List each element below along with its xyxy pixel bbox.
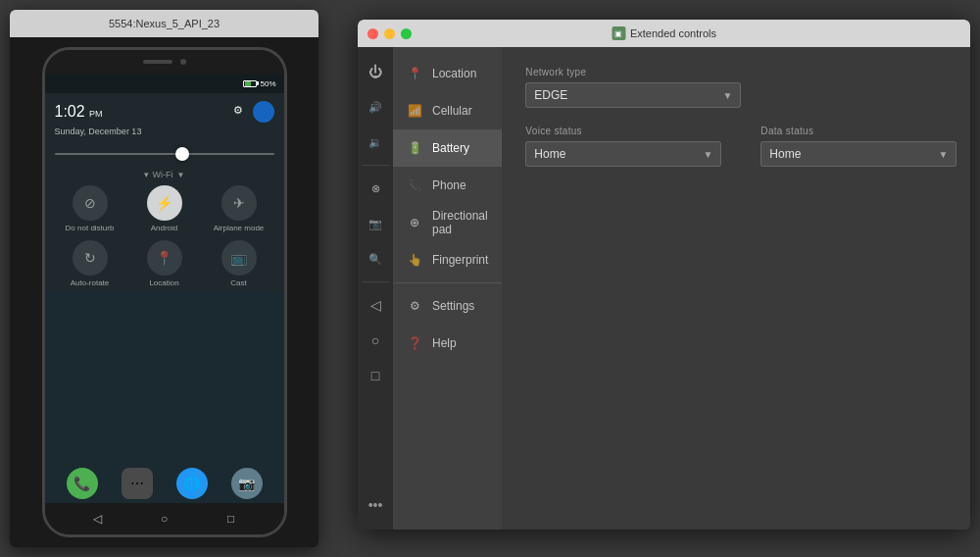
nav-item-cellular[interactable]: 📶 Cellular [393, 92, 502, 129]
android-label: Android [151, 224, 178, 232]
launcher-icon[interactable]: ⋯ [122, 468, 153, 499]
minimize-button[interactable] [384, 28, 395, 39]
nav-item-location[interactable]: 📍 Location [393, 55, 502, 92]
fingerprint-nav-icon: 👆 [407, 252, 422, 268]
battery-nav-label: Battery [432, 141, 469, 155]
time-display: 1:02 PM [55, 103, 103, 121]
maximize-button[interactable] [401, 28, 412, 39]
toggle-android[interactable]: ⚡ Android [137, 185, 192, 232]
app-tray: 📞 ⋯ 🌐 📷 [45, 291, 284, 503]
recents-nav-btn[interactable]: □ [221, 509, 241, 529]
toggle-autorotate[interactable]: ↻ Auto-rotate [63, 240, 118, 287]
shade-icons: ⚙ [229, 101, 274, 123]
data-status-group: Data status Home ▼ [760, 126, 956, 167]
airplane-label: Airplane mode [214, 224, 265, 232]
strip-divider-2 [362, 281, 389, 282]
toggle-location[interactable]: 📍 Location [137, 240, 192, 287]
cast-label: Cast [230, 278, 246, 287]
location-toggle-icon[interactable]: 📍 [147, 240, 182, 276]
phone-top-bar [45, 50, 284, 74]
data-status-value: Home [769, 147, 801, 161]
airplane-icon[interactable]: ✈ [221, 185, 257, 221]
ext-title-text: Extended controls [630, 27, 716, 39]
phone-camera [180, 59, 186, 65]
wifi-row: ▾ Wi-Fi ▼ [45, 170, 284, 179]
toggle-cast[interactable]: 📺 Cast [212, 240, 267, 287]
date-display: Sunday, December 13 [55, 127, 284, 136]
cast-icon[interactable]: 📺 [221, 240, 257, 276]
strip-camera-btn[interactable]: 📷 [358, 207, 393, 240]
voice-status-value: Home [534, 147, 565, 161]
help-nav-label: Help [432, 336, 457, 350]
network-type-group: Network type EDGE ▼ [525, 67, 956, 108]
time-date-block: 1:02 PM [55, 103, 103, 121]
strip-zoom-btn[interactable]: 🔍 [358, 242, 393, 276]
emulator-title: 5554:Nexus_5_API_23 [109, 18, 220, 29]
phone-app-icon[interactable]: 📞 [67, 468, 98, 499]
strip-home-btn[interactable]: ○ [358, 324, 393, 357]
strip-rotate-btn[interactable]: ⊗ [358, 172, 393, 205]
content-panel: Network type EDGE ▼ Voice status Home ▼ … [502, 47, 970, 530]
phone-screen: 50% 1:02 PM ⚙ [45, 74, 284, 534]
toggle-do-not-disturb[interactable]: ⊘ Do not disturb [63, 185, 118, 232]
dpad-nav-icon: ⊕ [407, 215, 422, 230]
browser-icon[interactable]: 🌐 [176, 468, 208, 499]
strip-volume-up-btn[interactable]: 🔊 [358, 90, 393, 124]
toggle-row-2: ↻ Auto-rotate 📍 Location 📺 Cast [45, 236, 284, 291]
settings-shade-icon[interactable]: ⚙ [229, 101, 247, 119]
nav-item-fingerprint[interactable]: 👆 Fingerprint [393, 241, 502, 278]
status-bar: 50% [45, 74, 284, 93]
brightness-track[interactable] [55, 153, 274, 155]
wifi-dropdown-icon: ▼ [177, 171, 185, 179]
back-nav-btn[interactable]: ◁ [88, 509, 108, 529]
cellular-nav-label: Cellular [432, 104, 472, 118]
nav-item-dpad[interactable]: ⊕ Directional pad [393, 204, 502, 241]
dnd-icon[interactable]: ⊘ [73, 185, 108, 221]
emulator-body: 50% 1:02 PM ⚙ [10, 37, 318, 547]
data-status-dropdown[interactable]: Home ▼ [760, 141, 956, 167]
brightness-thumb[interactable] [175, 147, 189, 161]
strip-more-btn[interactable]: ••• [358, 488, 393, 522]
voice-status-arrow: ▼ [703, 149, 712, 160]
battery-status-icon [243, 80, 257, 87]
emulator-titlebar: 5554:Nexus_5_API_23 [10, 10, 318, 37]
wifi-label: Wi-Fi [153, 170, 173, 179]
strip-overview-btn[interactable]: □ [358, 359, 393, 392]
notification-shade: 50% 1:02 PM ⚙ [45, 74, 284, 503]
ext-title-bar: ▣ Extended controls [612, 26, 716, 40]
brightness-slider[interactable] [55, 144, 274, 164]
close-button[interactable] [368, 28, 378, 39]
strip-back-btn[interactable]: ◁ [358, 288, 393, 322]
fingerprint-nav-label: Fingerprint [432, 253, 488, 267]
strip-volume-down-btn[interactable]: 🔉 [358, 126, 393, 159]
data-status-label: Data status [760, 126, 956, 136]
status-fields-row: Voice status Home ▼ Data status Home ▼ [525, 126, 956, 184]
nav-item-phone[interactable]: 📞 Phone [393, 167, 502, 204]
battery-fill [245, 81, 251, 86]
nav-item-battery[interactable]: 🔋 Battery [393, 129, 502, 167]
autorotate-icon[interactable]: ↻ [73, 240, 108, 276]
strip-power-btn[interactable]: ⏻ [358, 55, 393, 88]
toggle-row-1: ⊘ Do not disturb ⚡ Android ✈ Airplane mo… [45, 181, 284, 236]
voice-status-label: Voice status [525, 126, 721, 136]
phone-speaker [143, 60, 172, 64]
nav-item-settings[interactable]: ⚙ Settings [393, 287, 502, 325]
phone-navbar: ◁ ○ □ [45, 503, 284, 534]
time-value: 1:02 [55, 103, 85, 120]
voice-status-group: Voice status Home ▼ [525, 126, 721, 167]
ext-titlebar: ▣ Extended controls [358, 20, 970, 47]
user-avatar[interactable] [253, 101, 274, 123]
location-nav-label: Location [432, 67, 476, 80]
voice-status-dropdown[interactable]: Home ▼ [525, 141, 721, 167]
toggle-airplane[interactable]: ✈ Airplane mode [212, 185, 267, 232]
phone-nav-icon: 📞 [407, 177, 422, 193]
camera-app-icon[interactable]: 📷 [231, 468, 263, 499]
autorotate-label: Auto-rotate [71, 278, 110, 287]
ext-body: ⏻ 🔊 🔉 ⊗ 📷 🔍 ◁ ○ □ ••• 📍 Location 📶 Cellu… [358, 47, 970, 530]
network-type-dropdown[interactable]: EDGE ▼ [525, 82, 741, 108]
status-icons: 50% [243, 79, 275, 88]
home-nav-btn[interactable]: ○ [155, 509, 174, 529]
android-icon[interactable]: ⚡ [147, 185, 182, 221]
nav-item-help[interactable]: ❓ Help [393, 325, 502, 362]
network-type-label: Network type [525, 67, 956, 77]
